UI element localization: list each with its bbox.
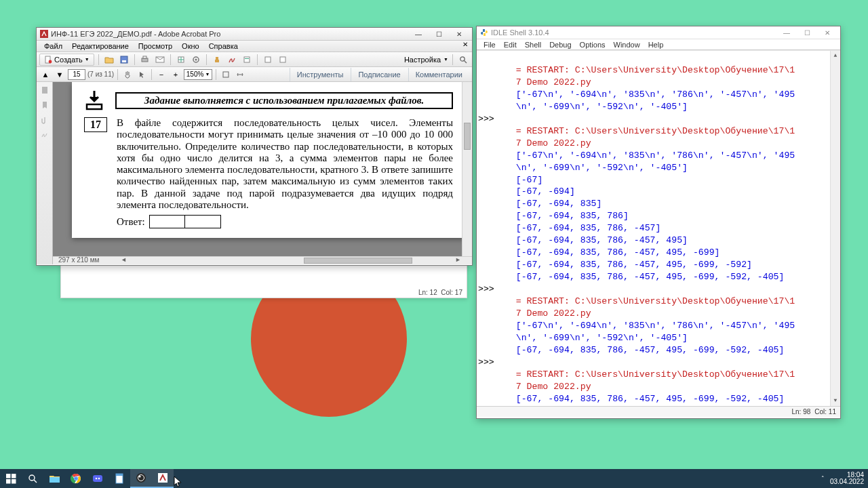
- svg-point-38: [138, 475, 140, 477]
- scrollbar-thumb[interactable]: [464, 123, 471, 150]
- svg-rect-14: [245, 58, 249, 59]
- idle-minimize-button[interactable]: —: [776, 26, 797, 39]
- acrobat-titlebar[interactable]: ИНФ-11 ЕГЭ 2022_ДЕМО.pdf - Adobe Acrobat…: [37, 28, 472, 41]
- svg-point-2: [49, 60, 52, 63]
- search-icon[interactable]: [457, 54, 469, 66]
- mail-icon[interactable]: [154, 54, 166, 66]
- gear-icon[interactable]: [190, 54, 202, 66]
- page-count-label: (7 из 11): [87, 70, 114, 78]
- svg-rect-20: [87, 104, 102, 109]
- panel-comments[interactable]: Комментарии: [408, 68, 469, 81]
- idle-col-label: Col: 11: [814, 408, 836, 415]
- pdf-page: Задание выполняется с использованием при…: [72, 82, 465, 238]
- tool-extra-2-icon[interactable]: [277, 54, 289, 66]
- svg-rect-24: [12, 479, 16, 484]
- page-up-icon[interactable]: ▲: [39, 68, 52, 81]
- menu-edit[interactable]: Редактирование: [67, 41, 134, 51]
- sign-icon[interactable]: [226, 54, 238, 66]
- stamp-icon[interactable]: [211, 54, 223, 66]
- hand-tool-icon[interactable]: [121, 68, 134, 81]
- page-viewport[interactable]: Задание выполняется с использованием при…: [53, 82, 472, 264]
- start-button[interactable]: [0, 469, 22, 488]
- scroll-up-icon[interactable]: ▲: [831, 51, 840, 61]
- acrobat-taskbar-icon[interactable]: [152, 469, 174, 488]
- panel-sign[interactable]: Подписание: [351, 68, 407, 81]
- h-scrollbar-thumb[interactable]: [304, 258, 412, 264]
- print-icon[interactable]: [139, 54, 151, 66]
- acrobat-toolbar-2: ▲ ▼ (7 из 11) − + 150%▼ Инструменты Подп…: [37, 67, 472, 82]
- horizontal-scrollbar[interactable]: 297 x 210 мм ◄ ►: [53, 256, 472, 264]
- idle-menu-window[interactable]: Window: [610, 40, 644, 49]
- menu-window[interactable]: Окно: [177, 41, 204, 51]
- export-icon[interactable]: [175, 54, 187, 66]
- svg-point-10: [195, 58, 197, 60]
- idle-scrollbar[interactable]: ▲ ▼: [830, 51, 840, 406]
- search-button[interactable]: [22, 469, 43, 488]
- svg-point-17: [460, 56, 465, 60]
- menu-help[interactable]: Справка: [204, 41, 243, 51]
- panel-tools[interactable]: Инструменты: [290, 68, 351, 81]
- svg-rect-6: [143, 56, 146, 58]
- zoom-out-icon[interactable]: −: [155, 68, 167, 81]
- thumbnails-icon[interactable]: [39, 85, 50, 96]
- menubar-close-icon[interactable]: ✕: [460, 41, 471, 48]
- svg-rect-11: [215, 60, 219, 62]
- page-down-icon[interactable]: ▼: [54, 68, 66, 81]
- discord-icon[interactable]: [87, 469, 108, 488]
- obs-icon[interactable]: [130, 469, 152, 488]
- vertical-scrollbar[interactable]: [462, 82, 472, 256]
- slide-status: Ln: 12 Col: 17: [418, 289, 462, 296]
- clock[interactable]: 18:04 03.04.2022: [830, 472, 864, 486]
- answer-label: Ответ:: [117, 216, 145, 228]
- idle-title: IDLE Shell 3.10.4: [491, 28, 776, 37]
- page-dimensions: 297 x 210 мм: [58, 256, 99, 264]
- idle-menu-options[interactable]: Options: [576, 40, 610, 49]
- select-tool-icon[interactable]: [136, 68, 148, 81]
- svg-rect-4: [122, 60, 126, 62]
- page-number-input[interactable]: [68, 69, 85, 80]
- zoom-level[interactable]: 150%▼: [184, 69, 212, 80]
- notepad-icon[interactable]: [108, 469, 130, 488]
- bookmarks-icon[interactable]: [39, 100, 50, 110]
- save-icon[interactable]: [118, 54, 130, 66]
- minimize-button[interactable]: —: [408, 28, 429, 40]
- svg-rect-23: [6, 479, 11, 484]
- idle-menu-debug[interactable]: Debug: [545, 40, 575, 49]
- form-icon[interactable]: [241, 54, 253, 66]
- svg-rect-13: [244, 57, 250, 62]
- idle-maximize-button[interactable]: ☐: [797, 26, 817, 39]
- idle-menubar: File Edit Shell Debug Options Window Hel…: [477, 39, 840, 50]
- tray-chevron-icon[interactable]: ˄: [821, 475, 825, 482]
- idle-menu-shell[interactable]: Shell: [521, 40, 545, 49]
- tool-extra-1-icon[interactable]: [262, 54, 274, 66]
- idle-statusbar: Ln: 98 Col: 11: [477, 406, 840, 417]
- menu-view[interactable]: Просмотр: [134, 41, 177, 51]
- menu-file[interactable]: Файл: [39, 41, 67, 51]
- idle-menu-edit[interactable]: Edit: [500, 40, 521, 49]
- idle-close-button[interactable]: ✕: [817, 26, 837, 39]
- create-button[interactable]: Создать▼: [39, 54, 94, 66]
- idle-menu-file[interactable]: File: [479, 40, 500, 49]
- close-button[interactable]: ✕: [449, 28, 469, 40]
- scroll-down-icon[interactable]: ▼: [831, 396, 840, 406]
- fit-width-icon[interactable]: [234, 68, 246, 81]
- svg-rect-35: [116, 474, 123, 476]
- idle-titlebar[interactable]: IDLE Shell 3.10.4 — ☐ ✕: [477, 26, 840, 39]
- maximize-button[interactable]: ☐: [429, 28, 449, 40]
- svg-rect-12: [216, 57, 218, 60]
- idle-menu-help[interactable]: Help: [644, 40, 668, 49]
- idle-app-icon: [479, 28, 488, 37]
- chrome-icon[interactable]: [65, 469, 87, 488]
- settings-label[interactable]: Настройка: [404, 56, 441, 64]
- idle-shell-output[interactable]: = RESTART: C:\Users\University\Desktop\О…: [477, 50, 840, 406]
- explorer-icon[interactable]: [43, 469, 65, 488]
- attachments-icon[interactable]: [39, 115, 50, 125]
- zoom-in-icon[interactable]: +: [170, 68, 182, 81]
- open-icon[interactable]: [103, 54, 115, 66]
- acrobat-title: ИНФ-11 ЕГЭ 2022_ДЕМО.pdf - Adobe Acrobat…: [51, 30, 408, 38]
- acrobat-toolbar-1: Создать▼ Настройка▼: [37, 52, 472, 67]
- fit-page-icon[interactable]: [220, 68, 232, 81]
- signatures-icon[interactable]: [39, 129, 50, 140]
- task-text: В файле содержится последовательность це…: [117, 117, 453, 211]
- system-tray[interactable]: ˄ 18:04 03.04.2022: [821, 472, 868, 486]
